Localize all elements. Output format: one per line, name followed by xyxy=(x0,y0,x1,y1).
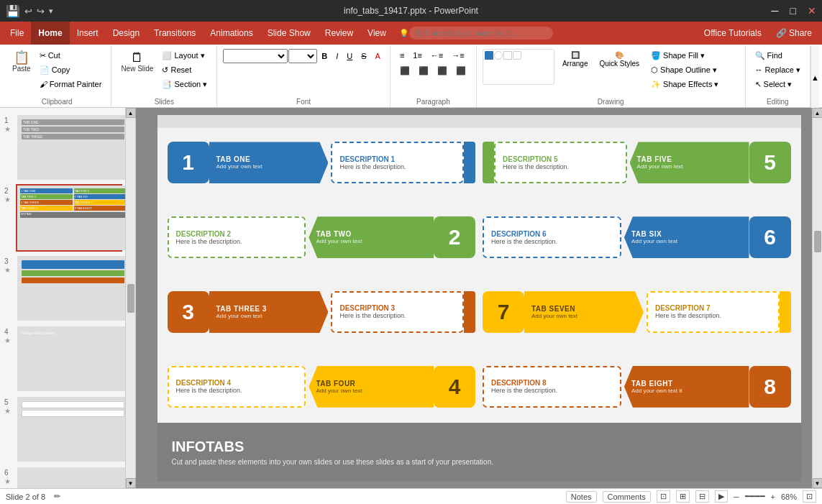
zoom-slider[interactable]: ━━━━ xyxy=(745,492,765,501)
zoom-in-btn[interactable]: + xyxy=(771,492,775,501)
undo-btn[interactable]: ↩ xyxy=(24,6,32,17)
menu-transitions[interactable]: Transitions xyxy=(147,22,203,45)
comments-button[interactable]: Comments xyxy=(603,491,651,503)
tab-2-desc-box: DESCRIPTION 2 Here is the description. xyxy=(168,216,306,258)
menu-office-tutorials[interactable]: Office Tutorials xyxy=(697,22,769,45)
decrease-indent-button[interactable]: ←≡ xyxy=(427,49,447,62)
menu-insert[interactable]: Insert xyxy=(70,22,106,45)
tab-5-number: 5 xyxy=(749,142,791,183)
slide-thumbnail-2[interactable]: 2 ★ 1 TAB ONE TAB FIVE 5 TAB TWO 2 6 TAB… xyxy=(16,184,122,252)
tab-component-3[interactable]: 3 TAB THREE 3 Add your own text DESCRIPT… xyxy=(168,291,476,333)
cut-button[interactable]: ✂ Cut xyxy=(36,49,106,63)
tab-2-number: 2 xyxy=(434,216,475,258)
slide-thumbnail-5[interactable]: 5 ★ xyxy=(16,395,122,463)
slide-top-border xyxy=(157,115,801,128)
right-scrollbar[interactable]: ▲ ▼ xyxy=(812,108,822,488)
menu-review[interactable]: Review xyxy=(318,22,360,45)
menu-share[interactable]: 🔗 Share xyxy=(769,22,819,45)
tab-component-5[interactable]: DESCRIPTION 5 Here is the description. T… xyxy=(483,142,791,183)
increase-indent-button[interactable]: →≡ xyxy=(448,49,467,62)
menu-design[interactable]: Design xyxy=(106,22,147,45)
justify-button[interactable]: ⬛ xyxy=(452,64,470,78)
arrange-button[interactable]: 🔲 Arrange xyxy=(559,49,592,70)
close-btn[interactable]: ✕ xyxy=(808,5,816,17)
menu-file[interactable]: File xyxy=(3,22,31,45)
section-button[interactable]: 📑 Section ▾ xyxy=(158,78,211,91)
bullets-button[interactable]: ≡ xyxy=(396,49,408,62)
tab-7-label: TAB SEVEN xyxy=(531,305,636,313)
tab-component-1[interactable]: 1 TAB ONE Add your own text DESCRIPTION … xyxy=(168,142,476,183)
copy-button[interactable]: 📄 Copy xyxy=(36,63,106,77)
tab-row-1: 1 TAB ONE Add your own text DESCRIPTION … xyxy=(168,129,476,197)
font-color-button[interactable]: A xyxy=(372,50,384,63)
reset-button[interactable]: ↺ Reset xyxy=(158,63,211,77)
strikethrough-button[interactable]: S xyxy=(357,50,370,63)
menu-slideshow[interactable]: Slide Show xyxy=(260,22,318,45)
paste-button[interactable]: 📋 Paste xyxy=(9,49,35,75)
drawing-group-label: Drawing xyxy=(483,96,739,106)
replace-button[interactable]: ↔ Replace ▾ xyxy=(752,63,804,77)
notes-button[interactable]: Notes xyxy=(566,491,597,503)
tab-component-6[interactable]: DESCRIPTION 6 Here is the description. T… xyxy=(483,216,791,258)
search-input[interactable] xyxy=(409,27,553,40)
select-button[interactable]: ↖ Select ▾ xyxy=(752,78,804,91)
shape-outline-button[interactable]: ⬡ Shape Outline ▾ xyxy=(647,63,722,77)
slide-thumbnail-1[interactable]: 1 ★ TAB ONE TAB TWO TAB THREE xyxy=(16,114,122,181)
minimize-btn[interactable]: ─ xyxy=(772,5,779,17)
slide-number-2: 2 xyxy=(4,187,9,195)
font-family-select[interactable] xyxy=(223,49,288,63)
maximize-btn[interactable]: □ xyxy=(790,5,796,17)
find-button[interactable]: 🔍 Find xyxy=(752,49,804,63)
quick-styles-button[interactable]: 🎨 Quick Styles xyxy=(595,49,643,70)
scroll-up-btn[interactable]: ▲ xyxy=(126,108,136,118)
slide-number-3: 3 xyxy=(4,257,9,265)
status-bar-right: Notes Comments ⊡ ⊞ ⊟ ▶ ─ ━━━━ + 68% ⊡ xyxy=(566,490,816,503)
slide-thumbnail-4[interactable]: 4 ★ Orange slide content xyxy=(16,325,122,393)
right-scroll-thumb[interactable] xyxy=(814,231,821,252)
format-painter-button[interactable]: 🖌 Format Painter xyxy=(36,78,106,91)
right-scroll-up-btn[interactable]: ▲ xyxy=(813,108,823,118)
tab-component-4[interactable]: DESCRIPTION 4 Here is the description. T… xyxy=(168,366,476,408)
fit-slide-btn[interactable]: ⊡ xyxy=(803,490,816,503)
shape-effects-button[interactable]: ✨ Shape Effects ▾ xyxy=(647,78,722,91)
bold-button[interactable]: B xyxy=(318,50,331,63)
tab-8-sublabel: Add your own text 8 xyxy=(631,388,742,394)
menu-animations[interactable]: Animations xyxy=(203,22,260,45)
font-size-select[interactable] xyxy=(288,49,317,63)
zoom-out-btn[interactable]: ─ xyxy=(734,492,739,501)
redo-btn[interactable]: ↪ xyxy=(37,6,45,17)
tab-component-8[interactable]: DESCRIPTION 8 Here is the description. T… xyxy=(483,366,791,408)
numbering-button[interactable]: 1≡ xyxy=(409,49,426,62)
view-grid-btn[interactable]: ⊞ xyxy=(676,490,690,503)
menu-home[interactable]: Home xyxy=(31,22,69,45)
tab-component-7[interactable]: 7 TAB SEVEN Add your own text DESCRIPTIO… xyxy=(483,291,791,333)
quick-access[interactable]: ▾ xyxy=(49,6,53,16)
editing-group-label: Editing xyxy=(752,96,804,106)
align-left-button[interactable]: ⬛ xyxy=(396,64,414,78)
view-slide-btn[interactable]: ▶ xyxy=(715,490,728,503)
scroll-down-btn[interactable]: ▼ xyxy=(126,478,136,488)
new-slide-button[interactable]: 🗒 New Slide xyxy=(117,49,157,75)
tab-6-label-box: TAB SIX Add your own text xyxy=(624,216,749,258)
slide-count: Slide 2 of 8 xyxy=(6,492,45,501)
layout-button[interactable]: ⬜ Layout ▾ xyxy=(158,49,211,63)
tab-4-desc-title: DESCRIPTION 4 xyxy=(176,379,298,387)
menu-view[interactable]: View xyxy=(360,22,393,45)
scroll-thumb[interactable] xyxy=(127,284,134,313)
view-reading-btn[interactable]: ⊟ xyxy=(695,490,709,503)
italic-button[interactable]: I xyxy=(332,50,342,63)
tab-component-2[interactable]: DESCRIPTION 2 Here is the description. T… xyxy=(168,216,476,258)
tab-row-2: DESCRIPTION 2 Here is the description. T… xyxy=(168,203,476,271)
view-normal-btn[interactable]: ⊡ xyxy=(657,490,670,503)
title-bar-controls: ─ □ ✕ xyxy=(772,5,816,17)
align-right-button[interactable]: ⬛ xyxy=(434,64,451,78)
shape-fill-button[interactable]: 🪣 Shape Fill ▾ xyxy=(647,49,722,63)
underline-button[interactable]: U xyxy=(343,50,356,63)
slide-thumbnail-6[interactable]: 6 ★ xyxy=(16,466,122,488)
slide-thumbnail-3[interactable]: 3 ★ xyxy=(16,255,122,322)
right-scroll-down-btn[interactable]: ▼ xyxy=(813,478,823,488)
vertical-scrollbar[interactable]: ▲ ▼ xyxy=(126,108,136,488)
align-center-button[interactable]: ⬛ xyxy=(415,64,432,78)
ribbon-group-clipboard: 📋 Paste ✂ Cut 📄 Copy 🖌 Format Painter Cl… xyxy=(3,46,111,107)
ribbon-collapse-button[interactable]: ▲ xyxy=(810,46,819,109)
